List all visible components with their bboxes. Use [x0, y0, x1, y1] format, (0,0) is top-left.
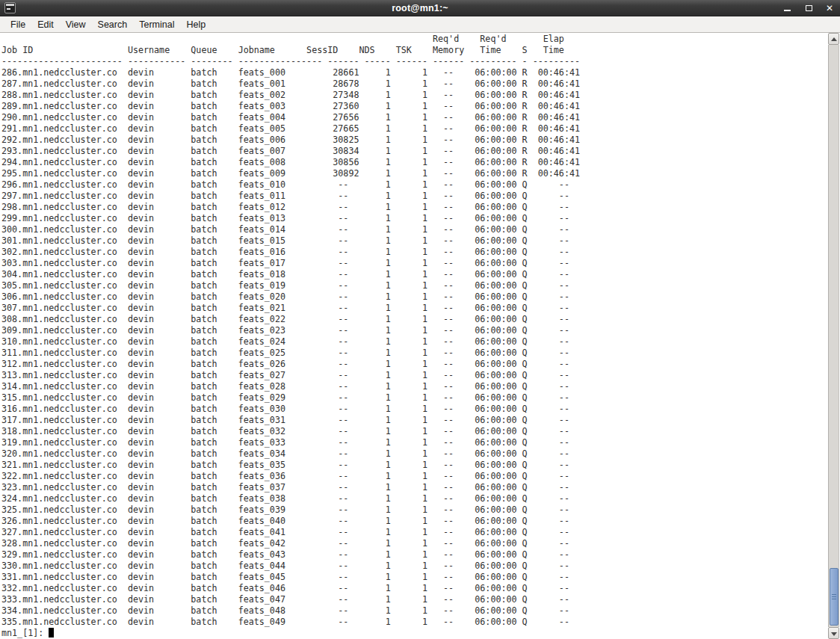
minimize-button[interactable] [783, 4, 792, 13]
scroll-up-button[interactable] [828, 33, 839, 45]
menu-item-edit[interactable]: Edit [31, 18, 60, 31]
arrow-up-icon [831, 37, 837, 41]
menu-item-terminal[interactable]: Terminal [133, 18, 180, 31]
terminal-app-icon [4, 2, 16, 13]
title-bar[interactable]: root@mn1:~ ✕ [0, 0, 840, 16]
terminal-screen[interactable]: Req'd Req'd Elap Job ID Username Queue J… [0, 33, 840, 639]
scrollbar-thumb[interactable] [830, 568, 839, 626]
scrollbar-track[interactable] [828, 45, 839, 627]
menu-item-file[interactable]: File [4, 18, 31, 31]
shell-prompt: mn1_[1]: [1, 628, 49, 638]
menu-item-help[interactable]: Help [180, 18, 211, 31]
close-button[interactable]: ✕ [825, 4, 834, 13]
arrow-down-icon [831, 632, 837, 636]
menu-item-search[interactable]: Search [92, 18, 134, 31]
menu-item-view[interactable]: View [60, 18, 92, 31]
terminal-output: Req'd Req'd Elap Job ID Username Queue J… [0, 33, 840, 639]
scrollbar[interactable] [828, 33, 839, 639]
job-table-text: Req'd Req'd Elap Job ID Username Queue J… [1, 34, 580, 627]
scroll-down-button[interactable] [828, 627, 839, 639]
menu-bar: FileEditViewSearchTerminalHelp [0, 16, 840, 33]
window-title: root@mn1:~ [392, 3, 448, 13]
maximize-button[interactable] [804, 4, 813, 13]
text-cursor [49, 628, 54, 638]
window-controls: ✕ [783, 0, 834, 16]
